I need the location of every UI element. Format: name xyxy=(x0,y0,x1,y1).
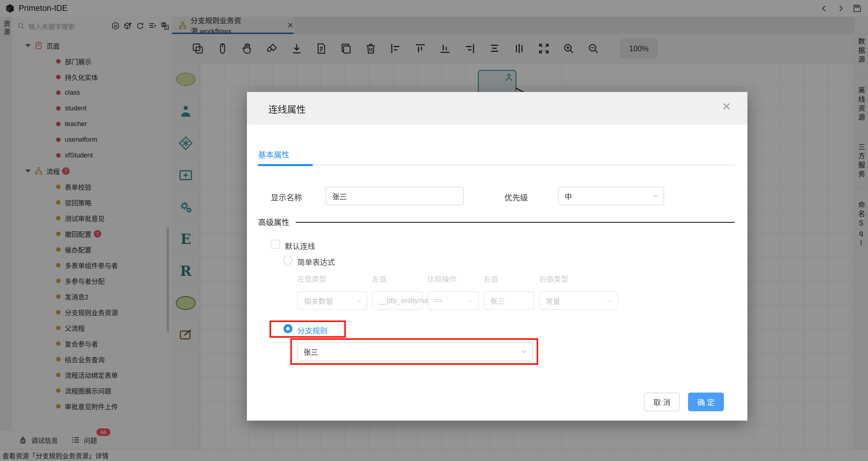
new-resource-icon[interactable] xyxy=(123,22,132,30)
tree-row[interactable]: 多表单组件参与者 xyxy=(12,257,172,273)
tree-row[interactable]: xfStudent xyxy=(12,148,172,163)
display-name-input-wrap xyxy=(326,187,464,205)
tree-row[interactable]: userwlform xyxy=(12,132,172,148)
tree-row[interactable]: 父流程 xyxy=(12,320,172,336)
tree-row[interactable]: class xyxy=(12,85,172,100)
caret-down-icon[interactable] xyxy=(25,170,31,173)
zoom-level-display[interactable]: 100% xyxy=(620,39,658,59)
note-icon[interactable] xyxy=(172,319,199,351)
tree-scrollbar[interactable] xyxy=(166,227,169,333)
start-ellipse-shape xyxy=(176,73,195,86)
end-node-icon[interactable] xyxy=(172,287,199,319)
right-rail-tab-3[interactable]: 三方服务 xyxy=(856,143,866,179)
error-badge: ! xyxy=(94,230,101,238)
expression-value: 相关数据 xyxy=(298,296,333,306)
expression-select[interactable]: 相关数据 xyxy=(297,291,367,310)
problems-list-icon[interactable] xyxy=(71,435,80,444)
align-right-icon[interactable] xyxy=(464,42,476,55)
expression-input[interactable]: 张三 xyxy=(484,291,534,310)
right-rail-tab-1[interactable]: 数据源 xyxy=(856,38,866,65)
tree-row[interactable]: 催办配置 xyxy=(12,242,172,257)
ai-assistant-icon[interactable]: AI xyxy=(111,22,120,30)
copy-icon[interactable] xyxy=(340,42,352,55)
delete-icon[interactable] xyxy=(365,42,377,55)
pan-hand-icon[interactable] xyxy=(241,42,253,55)
tab-close-icon[interactable]: ✕ xyxy=(287,21,293,30)
tree-row[interactable]: 部门展示 xyxy=(12,53,172,69)
debug-info-label[interactable]: 调试信息 xyxy=(31,435,58,445)
tree-row[interactable]: 多参与者分配 xyxy=(12,273,172,288)
align-left-icon[interactable] xyxy=(390,42,402,55)
right-rail: 数据源离线资源三方服务命名Sql xyxy=(854,17,868,449)
display-name-input[interactable] xyxy=(326,192,463,200)
dialog-close-icon[interactable]: ✕ xyxy=(720,101,733,113)
right-rail-tab-2[interactable]: 离线资源 xyxy=(856,87,866,123)
translate-icon[interactable]: En文 xyxy=(160,22,169,30)
tree-row[interactable]: 审批意见附件上传 xyxy=(12,398,172,414)
bullet-icon xyxy=(56,200,61,205)
cancel-button[interactable]: 取 消 xyxy=(644,393,680,411)
problems-label[interactable]: 问题 xyxy=(84,435,97,445)
caret-down-icon[interactable] xyxy=(25,44,31,47)
priority-select[interactable]: 中 xyxy=(558,187,664,205)
tree-row[interactable]: 发消息2 xyxy=(12,288,172,304)
tree-row[interactable]: 页面 xyxy=(12,38,172,53)
tree-row[interactable]: 流程活动绑定表单 xyxy=(12,367,172,382)
default-line-checkbox[interactable] xyxy=(271,240,280,249)
zoom-out-icon[interactable] xyxy=(587,42,599,55)
zoom-in-icon[interactable] xyxy=(563,42,575,55)
expression-select[interactable]: 常量 xyxy=(539,291,618,310)
select-tool-icon[interactable] xyxy=(192,42,204,55)
tree-row[interactable]: 流程图展示问题 xyxy=(12,382,172,398)
save-icon[interactable] xyxy=(852,4,862,13)
right-rail-tab-4[interactable]: 命名Sql xyxy=(856,201,866,249)
tree-row[interactable]: 结合业务查询 xyxy=(12,351,172,367)
auto-activity-icon[interactable] xyxy=(172,191,199,223)
tree-row[interactable]: 驳回策略 xyxy=(12,194,172,210)
debug-bug-icon[interactable] xyxy=(18,435,28,445)
sort-list-icon[interactable] xyxy=(148,22,157,30)
left-rail-tab-resources[interactable]: 资源 xyxy=(1,20,11,36)
tree-row[interactable]: student xyxy=(12,100,172,116)
start-node-icon[interactable] xyxy=(172,63,199,95)
format-brush-icon[interactable] xyxy=(266,42,278,55)
distribute-vertical-icon[interactable] xyxy=(513,42,525,55)
refresh-icon[interactable] xyxy=(136,22,145,30)
tree-row[interactable]: 持久化实体 xyxy=(12,69,172,85)
mouse-tool-icon[interactable] xyxy=(216,42,228,55)
tree-row[interactable]: 同表单父流程 xyxy=(12,414,172,414)
manual-activity-icon[interactable] xyxy=(172,95,199,127)
tree-row[interactable]: 复合参与者 xyxy=(12,336,172,351)
tree-row[interactable]: 撤回配置! xyxy=(12,226,172,242)
error-badge: ! xyxy=(62,167,70,175)
simple-expression-radio[interactable] xyxy=(283,256,292,265)
download-icon[interactable] xyxy=(291,42,303,55)
ok-button[interactable]: 确 定 xyxy=(688,393,724,411)
tree-row[interactable]: 测试审批意见 xyxy=(12,210,172,226)
document-icon[interactable] xyxy=(315,42,328,55)
subprocess-icon[interactable] xyxy=(172,159,199,191)
tree-row[interactable]: 表单校验 xyxy=(12,179,172,194)
entity-letter-icon[interactable]: E xyxy=(172,223,199,255)
fit-screen-icon[interactable] xyxy=(538,42,550,55)
tree-row[interactable]: teacher xyxy=(12,116,172,132)
tree-row[interactable]: 流程! xyxy=(12,163,172,179)
gateway-icon[interactable] xyxy=(172,127,199,159)
chevron-down-icon xyxy=(355,297,362,304)
expression-select[interactable]: == xyxy=(428,291,479,310)
history-forward-icon[interactable] xyxy=(836,4,845,13)
workflow-file-icon xyxy=(179,21,187,30)
align-center-horizontal-icon[interactable] xyxy=(489,42,500,55)
search-input[interactable]: 输入关键字搜索 xyxy=(28,21,75,31)
tree-row[interactable]: 分支规则业务资源 xyxy=(12,304,172,320)
rule-letter-icon[interactable]: R xyxy=(172,255,199,287)
tab-basic-properties[interactable]: 基本属性 xyxy=(258,149,289,160)
editor-tab-branch-rule[interactable]: 分支规则业务资源.workflowx ✕ xyxy=(172,17,293,34)
history-back-icon[interactable] xyxy=(820,4,829,13)
branch-rule-radio[interactable] xyxy=(283,324,292,333)
svg-text:文: 文 xyxy=(165,26,168,29)
branch-rule-select[interactable]: 张三 xyxy=(297,342,533,361)
align-top-icon[interactable] xyxy=(414,42,426,55)
align-bottom-icon[interactable] xyxy=(439,42,451,55)
expression-input[interactable]: __bfp_entity/nam xyxy=(372,291,423,310)
